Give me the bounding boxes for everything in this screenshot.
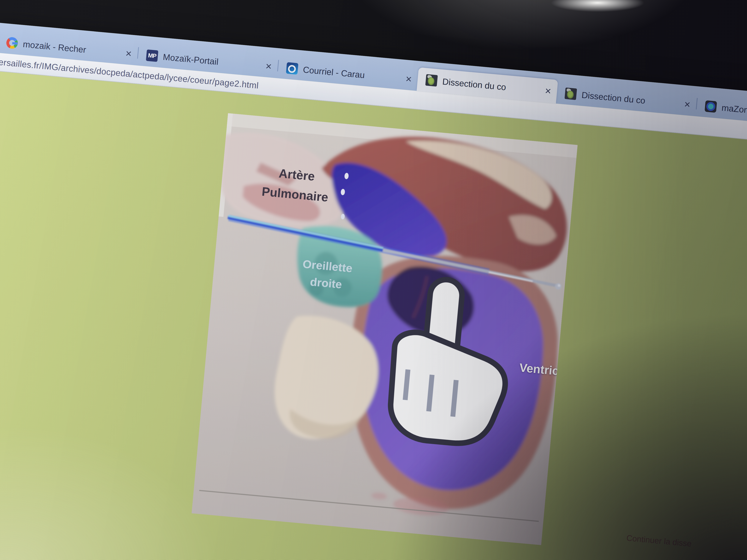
outlook-icon	[286, 62, 298, 75]
webpage-body: Artère Pulmonaire Oreillette droite Vent…	[0, 70, 747, 560]
tab-label: Dissection du co	[442, 76, 539, 95]
tab-label: Courriel - Carau	[303, 64, 400, 83]
mozaik-portail-icon: MP	[146, 49, 158, 62]
continue-dissection-link[interactable]: Continuer la disse	[626, 533, 692, 548]
close-icon[interactable]: ×	[543, 85, 553, 97]
dissection-favicon	[565, 87, 577, 100]
dissection-favicon	[426, 74, 438, 86]
close-icon[interactable]: ×	[124, 48, 133, 59]
close-icon[interactable]: ×	[264, 61, 273, 72]
close-icon[interactable]: ×	[404, 74, 413, 85]
tab-label: Dissection du co	[581, 90, 678, 108]
tab-label: maZoneCEC 2.0	[721, 102, 747, 121]
label-ventricule-droit[interactable]: Ventricule Droit	[362, 268, 523, 452]
tab-label: Mozaïk-Portail	[162, 52, 260, 71]
mazonecec-ring	[706, 102, 716, 111]
laptop-screen: mozaik - Recher × MP Mozaïk-Portail × Co…	[0, 22, 747, 560]
hand-cursor-icon	[362, 268, 523, 452]
close-icon[interactable]: ×	[683, 99, 692, 110]
tab-label: mozaik - Recher	[22, 39, 120, 58]
heart-dissection-photo[interactable]: Artère Pulmonaire Oreillette droite Vent…	[191, 113, 578, 545]
google-icon	[6, 37, 18, 49]
mazonecec-icon	[704, 100, 717, 113]
